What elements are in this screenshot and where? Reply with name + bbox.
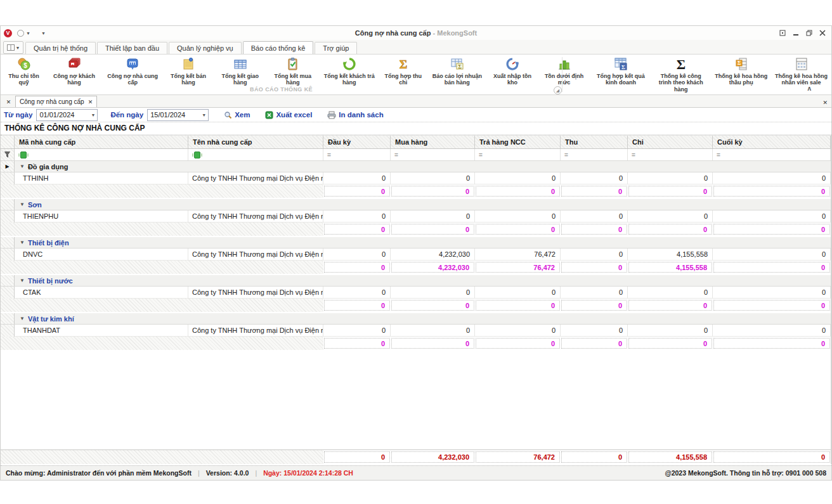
- export-excel-button[interactable]: Xuất excel: [265, 111, 312, 119]
- ribbon-tab-0[interactable]: Quản trị hệ thống: [25, 42, 96, 54]
- supplier-data-row[interactable]: TTHINHCông ty TNHH Thương mại Dịch vụ Đi…: [1, 172, 831, 184]
- from-date-dropdown-icon[interactable]: ▼: [89, 113, 97, 117]
- filter-cell-6[interactable]: =: [628, 149, 713, 160]
- value-cell-1[interactable]: 4,232,030: [391, 249, 475, 261]
- filter-cell-7[interactable]: =: [713, 149, 831, 160]
- supplier-name-cell[interactable]: Công ty TNHH Thương mại Dịch vụ Điện nướ…: [188, 210, 323, 223]
- collapse-triangle-icon[interactable]: ▼: [20, 164, 25, 169]
- column-header-1[interactable]: Tên nhà cung cấp: [188, 136, 323, 148]
- value-cell-3[interactable]: 0: [561, 249, 628, 261]
- ribbon-item-12[interactable]: ΣThống kê công trình theo khách hàng: [651, 55, 711, 93]
- value-cell-4[interactable]: 0: [628, 325, 713, 337]
- from-date-picker[interactable]: ▼: [36, 109, 98, 121]
- group-header-row[interactable]: ▶▼Đồ gia dụng: [1, 161, 831, 172]
- restore-button[interactable]: [805, 29, 813, 37]
- value-cell-5[interactable]: 0: [713, 172, 831, 184]
- tab-close-icon[interactable]: ✕: [88, 99, 93, 105]
- filter-cell-1[interactable]: [188, 149, 323, 160]
- document-tab-active[interactable]: Công nợ nhà cung cấp ✕: [15, 96, 97, 107]
- from-date-input[interactable]: [37, 111, 89, 119]
- tabstrip-right-close-button[interactable]: ✕: [822, 100, 828, 106]
- group-header-cell[interactable]: ▼Sơn: [15, 199, 831, 210]
- value-cell-0[interactable]: 0: [323, 172, 391, 184]
- chevron-down-icon[interactable]: ▼: [26, 31, 30, 36]
- supplier-name-cell[interactable]: Công ty TNHH Thương mại Dịch vụ Điện nướ…: [188, 249, 323, 261]
- filter-cell-4[interactable]: =: [475, 149, 561, 160]
- quick-access-circle-icon[interactable]: [17, 30, 24, 37]
- ribbon-item-7[interactable]: ΣTổng hợp thu chi: [379, 55, 427, 86]
- value-cell-2[interactable]: 0: [475, 325, 561, 337]
- ribbon-item-11[interactable]: ΣTổng hợp kết quả kinh doanh: [590, 55, 651, 86]
- supplier-name-cell[interactable]: Công ty TNHH Thương mại Dịch vụ Điện nướ…: [188, 325, 323, 337]
- ribbon-item-13[interactable]: ΣThống kê hoa hồng thầu phụ: [711, 55, 771, 86]
- supplier-code-cell[interactable]: DNVC: [15, 249, 188, 261]
- value-cell-2[interactable]: 0: [475, 210, 561, 223]
- group-header-row[interactable]: ▼Thiết bị nước: [1, 275, 831, 287]
- quick-access-toolbar[interactable]: ▼ ▼: [17, 30, 46, 37]
- group-header-cell[interactable]: ▼Vật tư kim khí: [15, 313, 831, 324]
- value-cell-1[interactable]: 0: [391, 325, 475, 337]
- ribbon-item-4[interactable]: Tổng kết giao hàng: [214, 55, 266, 86]
- app-menu-button[interactable]: ▼: [3, 41, 23, 54]
- ribbon-item-9[interactable]: Xuất nhập tồn kho: [487, 55, 537, 86]
- value-cell-4[interactable]: 0: [628, 210, 713, 223]
- filter-cell-5[interactable]: =: [561, 149, 628, 160]
- ribbon-item-3[interactable]: Tổng kết bán hàng: [163, 55, 214, 86]
- group-header-row[interactable]: ▼Vật tư kim khí: [1, 313, 831, 325]
- collapse-triangle-icon[interactable]: ▼: [20, 240, 25, 245]
- value-cell-5[interactable]: 0: [713, 325, 831, 337]
- ribbon-item-8[interactable]: ΣBáo cáo lợi nhuận bán hàng: [427, 55, 487, 86]
- value-cell-3[interactable]: 0: [561, 287, 628, 299]
- collapse-triangle-icon[interactable]: ▼: [20, 202, 25, 207]
- supplier-data-row[interactable]: THIENPHUCông ty TNHH Thương mại Dịch vụ …: [1, 210, 831, 223]
- ribbon-item-1[interactable]: Công nợ khách hàng: [46, 55, 102, 86]
- filter-cell-3[interactable]: =: [391, 149, 475, 160]
- ribbon-collapse-icon[interactable]: ᴧ: [807, 85, 811, 92]
- ribbon-tab-2[interactable]: Quản lý nghiệp vụ: [169, 42, 242, 54]
- ribbon-item-6[interactable]: Tổng kết khách trả hàng: [319, 55, 379, 86]
- value-cell-3[interactable]: 0: [561, 172, 628, 184]
- value-cell-5[interactable]: 0: [713, 287, 831, 299]
- supplier-code-cell[interactable]: THANHDAT: [15, 325, 188, 337]
- value-cell-0[interactable]: 0: [323, 287, 391, 299]
- supplier-code-cell[interactable]: TTHINH: [15, 172, 188, 184]
- value-cell-2[interactable]: 0: [475, 287, 561, 299]
- value-cell-1[interactable]: 0: [391, 210, 475, 223]
- column-header-2[interactable]: Đầu kỳ: [323, 136, 391, 148]
- value-cell-0[interactable]: 0: [323, 210, 391, 223]
- value-cell-3[interactable]: 0: [561, 325, 628, 337]
- value-cell-1[interactable]: 0: [391, 287, 475, 299]
- group-launcher-icon[interactable]: ◢: [554, 86, 562, 94]
- supplier-code-cell[interactable]: CTAK: [15, 287, 188, 299]
- toolbar-options-chevron-icon[interactable]: ▼: [41, 31, 46, 36]
- ribbon-item-14[interactable]: Thống kê hoa hồng nhân viên sale: [771, 55, 831, 86]
- ribbon-tab-3[interactable]: Báo cáo thống kê: [243, 41, 314, 54]
- group-header-cell[interactable]: ▼Thiết bị nước: [15, 275, 831, 286]
- collapse-triangle-icon[interactable]: ▼: [20, 278, 25, 283]
- group-header-cell[interactable]: ▼Đồ gia dụng: [15, 161, 831, 172]
- value-cell-3[interactable]: 0: [561, 210, 628, 223]
- fullscreen-button[interactable]: [779, 29, 786, 37]
- value-cell-4[interactable]: 0: [628, 172, 713, 184]
- value-cell-0[interactable]: 0: [323, 325, 391, 337]
- column-header-3[interactable]: Mua hàng: [391, 136, 475, 148]
- value-cell-4[interactable]: 4,155,558: [628, 249, 713, 261]
- supplier-name-cell[interactable]: Công ty TNHH Thương mại Dịch vụ Điện nướ…: [188, 172, 323, 184]
- ribbon-tab-4[interactable]: Trợ giúp: [315, 42, 357, 54]
- value-cell-2[interactable]: 0: [475, 172, 561, 184]
- to-date-input[interactable]: [148, 111, 200, 119]
- minimize-button[interactable]: [792, 29, 800, 37]
- ribbon-item-10[interactable]: Tồn dưới định mức: [538, 55, 591, 86]
- value-cell-4[interactable]: 0: [628, 287, 713, 299]
- value-cell-1[interactable]: 0: [391, 172, 475, 184]
- group-header-row[interactable]: ▼Thiết bị điện: [1, 237, 831, 249]
- column-header-0[interactable]: Mã nhà cung cấp: [15, 136, 188, 148]
- tabstrip-close-button[interactable]: ✕: [3, 97, 14, 107]
- value-cell-5[interactable]: 0: [713, 210, 831, 223]
- supplier-data-row[interactable]: CTAKCông ty TNHH Thương mại Dịch vụ Điện…: [1, 287, 831, 299]
- to-date-picker[interactable]: ▼: [147, 109, 209, 121]
- value-cell-2[interactable]: 76,472: [475, 249, 561, 261]
- group-header-row[interactable]: ▼Sơn: [1, 199, 831, 210]
- filter-cell-0[interactable]: [15, 149, 188, 160]
- supplier-name-cell[interactable]: Công ty TNHH Thương mại Dịch vụ Điện nướ…: [188, 287, 323, 299]
